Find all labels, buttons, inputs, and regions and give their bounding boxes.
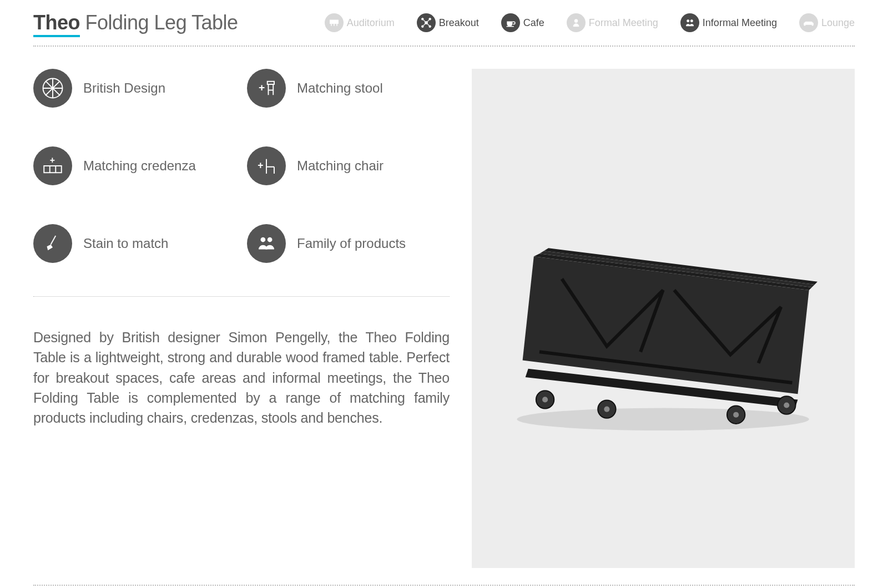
svg-rect-26 (268, 82, 274, 84)
nav-label: Lounge (821, 17, 855, 29)
svg-point-15 (687, 20, 689, 22)
svg-text:+: + (259, 82, 265, 93)
lounge-icon (799, 13, 818, 32)
product-image-panel (472, 69, 855, 568)
svg-rect-0 (330, 20, 338, 24)
family-icon (247, 224, 286, 263)
svg-point-16 (690, 20, 693, 22)
svg-point-5 (421, 18, 423, 21)
svg-text:+: + (50, 155, 55, 165)
nav-informal-meeting[interactable]: Informal Meeting (680, 13, 777, 32)
feature-matching-chair: + Matching chair (247, 146, 450, 185)
nav-label: Informal Meeting (703, 17, 777, 29)
informal-meeting-icon (680, 13, 699, 32)
nav-breakout[interactable]: Breakout (417, 13, 479, 32)
svg-point-54 (784, 402, 790, 408)
svg-point-38 (261, 237, 266, 242)
cafe-icon (501, 13, 520, 32)
svg-rect-18 (804, 23, 806, 26)
svg-rect-31 (44, 166, 62, 173)
brush-icon (33, 224, 72, 263)
nav-lounge[interactable]: Lounge (799, 13, 855, 32)
content-area: British Design + Matching stool + Matchi… (33, 47, 855, 568)
brand-name: Theo (33, 11, 80, 37)
nav-cafe[interactable]: Cafe (501, 13, 544, 32)
svg-point-6 (429, 18, 431, 21)
feature-label: Matching credenza (83, 158, 196, 174)
page-header: Theo Folding Leg Table Auditorium Breako… (33, 11, 855, 47)
feature-british-design: British Design (33, 69, 236, 108)
product-name: Folding Leg Table (85, 11, 238, 34)
folded-tables-on-trolley-image (495, 205, 831, 465)
credenza-icon: + (33, 146, 72, 185)
nav-formal-meeting[interactable]: Formal Meeting (567, 13, 658, 32)
chair-icon: + (247, 146, 286, 185)
svg-rect-19 (812, 23, 814, 26)
features-grid: British Design + Matching stool + Matchi… (33, 69, 450, 297)
svg-line-11 (423, 24, 425, 26)
feature-family-products: Family of products (247, 224, 450, 263)
nav-label: Breakout (439, 17, 479, 29)
feature-label: British Design (83, 80, 165, 96)
svg-point-39 (268, 237, 273, 242)
nav-label: Formal Meeting (589, 17, 658, 29)
page-title: Theo Folding Leg Table (33, 11, 238, 34)
category-nav: Auditorium Breakout Cafe Formal Meeting (325, 13, 855, 32)
feature-stain-to-match: Stain to match (33, 224, 236, 263)
nav-label: Cafe (523, 17, 544, 29)
breakout-icon (417, 13, 436, 32)
svg-line-37 (51, 236, 56, 245)
svg-text:+: + (258, 160, 263, 171)
svg-point-40 (517, 408, 809, 430)
svg-point-51 (542, 397, 548, 402)
feature-label: Matching chair (297, 158, 384, 174)
nav-auditorium[interactable]: Auditorium (325, 13, 395, 32)
svg-line-9 (423, 20, 425, 22)
nav-label: Auditorium (347, 17, 395, 29)
bottom-divider (33, 585, 855, 586)
feature-label: Family of products (297, 236, 406, 251)
stool-icon: + (247, 69, 286, 108)
svg-point-8 (429, 26, 431, 28)
svg-line-10 (427, 20, 428, 22)
svg-line-12 (427, 24, 428, 26)
feature-matching-stool: + Matching stool (247, 69, 450, 108)
feature-label: Matching stool (297, 80, 383, 96)
product-description: Designed by British designer Simon Penge… (33, 327, 450, 428)
svg-rect-17 (805, 22, 812, 24)
feature-matching-credenza: + Matching credenza (33, 146, 236, 185)
british-design-icon (33, 69, 72, 108)
feature-label: Stain to match (83, 236, 168, 251)
svg-point-53 (733, 412, 739, 418)
formal-meeting-icon (567, 13, 586, 32)
auditorium-icon (325, 13, 344, 32)
svg-point-14 (574, 19, 578, 23)
svg-point-7 (421, 26, 423, 28)
left-column: British Design + Matching stool + Matchi… (33, 69, 450, 568)
svg-point-52 (604, 407, 610, 412)
